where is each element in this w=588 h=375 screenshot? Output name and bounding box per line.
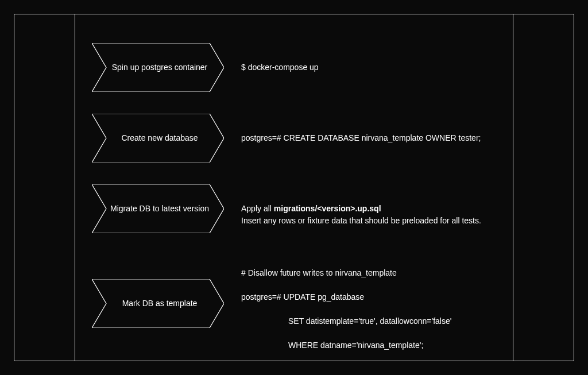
step-desc-4-line4: WHERE datname='nirvana_template'; bbox=[241, 339, 423, 351]
step-desc-4-line2: postgres=# UPDATE pg_database bbox=[241, 292, 364, 301]
step-desc-3-prefix: Apply all bbox=[241, 204, 274, 213]
step-desc-2: postgres=# CREATE DATABASE nirvana_templ… bbox=[241, 132, 481, 144]
step-chevron-3: Migrate DB to latest version bbox=[92, 184, 224, 233]
step-label-2: Create new database bbox=[92, 114, 224, 163]
step-desc-3: Apply all migrations/<version>.up.sql In… bbox=[241, 191, 481, 227]
step-desc-4: # Disallow future writes to nirvana_temp… bbox=[241, 255, 451, 351]
step-label-4: Mark DB as template bbox=[92, 279, 224, 328]
step-desc-3-bold: migrations/<version>.up.sql bbox=[274, 204, 381, 213]
step-desc-4-line3: SET datistemplate='true', datallowconn='… bbox=[241, 315, 451, 327]
step-row-3: Migrate DB to latest version Apply all m… bbox=[92, 184, 513, 233]
step-label-1: Spin up postgres container bbox=[92, 43, 224, 92]
step-desc-3-suffix: Insert any rows or fixture data that sho… bbox=[241, 216, 481, 225]
step-chevron-2: Create new database bbox=[92, 114, 224, 163]
column-divider-left bbox=[75, 14, 75, 361]
step-label-3: Migrate DB to latest version bbox=[92, 184, 224, 233]
step-desc-4-line1: # Disallow future writes to nirvana_temp… bbox=[241, 268, 397, 277]
step-chevron-1: Spin up postgres container bbox=[92, 43, 224, 92]
steps-container: Spin up postgres container $ docker-comp… bbox=[92, 43, 513, 351]
step-desc-1: $ docker-compose up bbox=[241, 61, 319, 74]
step-row-2: Create new database postgres=# CREATE DA… bbox=[92, 114, 513, 163]
step-chevron-4: Mark DB as template bbox=[92, 279, 224, 328]
step-row-1: Spin up postgres container $ docker-comp… bbox=[92, 43, 513, 92]
step-row-4: Mark DB as template # Disallow future wr… bbox=[92, 255, 513, 351]
